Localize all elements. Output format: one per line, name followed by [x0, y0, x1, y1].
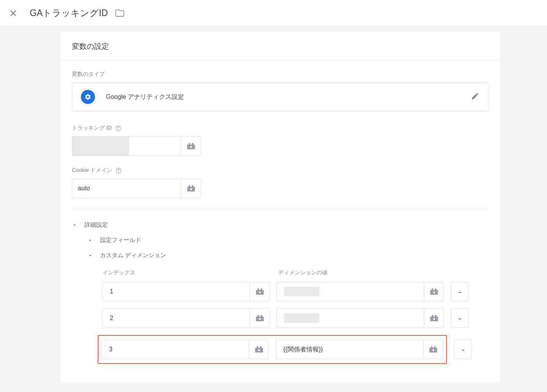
variable-picker-button[interactable]	[424, 308, 444, 328]
dimension-value-input[interactable]	[277, 308, 424, 328]
variable-picker-button[interactable]	[181, 179, 201, 198]
svg-rect-32	[260, 346, 261, 348]
dimension-row: 1 -	[102, 282, 488, 301]
svg-rect-37	[433, 349, 434, 351]
svg-rect-35	[431, 346, 433, 348]
remove-row-button[interactable]: -	[454, 340, 472, 359]
svg-rect-29	[433, 318, 435, 320]
close-button[interactable]	[8, 8, 19, 19]
help-icon[interactable]	[115, 125, 122, 132]
variable-picker-button[interactable]	[250, 282, 270, 301]
folder-icon[interactable]	[115, 8, 125, 18]
close-icon	[9, 9, 18, 18]
variable-type-name: Google アナリティクス設定	[106, 93, 184, 101]
custom-dimensions-toggle[interactable]: カスタム ディメンション	[72, 248, 488, 263]
variable-type-selector[interactable]: Google アナリティクス設定	[72, 82, 488, 111]
svg-rect-28	[435, 315, 436, 317]
variable-type-label: 変数のタイプ	[72, 71, 488, 78]
svg-rect-31	[257, 346, 258, 348]
svg-rect-27	[432, 315, 433, 317]
svg-point-9	[119, 172, 119, 172]
remove-row-button[interactable]: -	[451, 282, 469, 301]
svg-rect-12	[192, 185, 193, 187]
page-title[interactable]: GAトラッキングID	[30, 7, 108, 19]
tracking-id-row	[72, 136, 488, 156]
variable-picker-button[interactable]	[424, 340, 443, 359]
variable-picker-button[interactable]	[250, 308, 270, 328]
dimension-value-input[interactable]	[277, 282, 424, 301]
advanced-settings-toggle[interactable]: 詳細設定	[72, 217, 488, 233]
custom-dimensions-section: インデックス ディメンションの値 1 -	[72, 269, 488, 364]
chevron-right-icon	[88, 238, 93, 243]
variable-picker-button[interactable]	[424, 282, 444, 301]
svg-rect-36	[434, 346, 436, 348]
cookie-domain-label: Cookie ドメイン	[72, 167, 488, 174]
index-header: インデックス	[102, 269, 270, 276]
chevron-down-icon	[72, 222, 77, 228]
fields-toggle[interactable]: 設定フィールド	[72, 233, 488, 248]
value-header: ディメンションの値	[278, 269, 446, 276]
svg-rect-21	[433, 292, 435, 293]
variable-config-card: 変数の設定 変数のタイプ Google アナリティクス設定 トラッキング ID	[60, 32, 500, 383]
dimension-index-input[interactable]: 2	[102, 308, 250, 328]
svg-rect-33	[258, 349, 260, 351]
gear-icon	[81, 90, 95, 104]
svg-rect-13	[190, 188, 192, 190]
svg-point-3	[118, 129, 118, 130]
svg-rect-19	[432, 288, 433, 290]
cookie-domain-row: auto	[72, 179, 488, 198]
dimension-index-input[interactable]: 3	[102, 340, 249, 359]
svg-rect-23	[257, 315, 259, 317]
help-icon[interactable]	[115, 167, 122, 174]
highlighted-row: 3 {{関係者情報}}	[98, 335, 447, 364]
svg-rect-11	[189, 185, 190, 187]
card-body: 変数のタイプ Google アナリティクス設定 トラッキング ID	[60, 61, 500, 364]
tracking-id-input[interactable]	[72, 136, 181, 156]
remove-row-button[interactable]: -	[451, 308, 469, 328]
dimension-row: 2 -	[102, 308, 488, 328]
svg-rect-7	[190, 146, 192, 148]
svg-rect-15	[257, 288, 259, 290]
tracking-id-label: トラッキング ID	[72, 125, 488, 132]
cookie-domain-input[interactable]: auto	[72, 179, 181, 198]
edit-icon[interactable]	[471, 92, 479, 102]
dimension-index-input[interactable]: 1	[102, 282, 250, 301]
variable-picker-button[interactable]	[249, 340, 269, 359]
card-title: 変数の設定	[60, 32, 500, 61]
chevron-down-icon	[88, 253, 93, 258]
svg-rect-6	[192, 143, 193, 145]
variable-picker-button[interactable]	[181, 136, 201, 156]
header-bar: GAトラッキングID	[0, 0, 547, 27]
svg-rect-20	[435, 288, 436, 290]
divider	[72, 209, 488, 209]
svg-rect-17	[259, 292, 261, 293]
dimension-row: 3 {{関係者情報}} -	[102, 335, 488, 364]
svg-rect-16	[261, 288, 262, 290]
dimension-value-input[interactable]: {{関係者情報}}	[276, 340, 424, 359]
svg-rect-24	[261, 315, 262, 317]
svg-rect-5	[189, 143, 190, 145]
svg-rect-25	[259, 318, 261, 320]
